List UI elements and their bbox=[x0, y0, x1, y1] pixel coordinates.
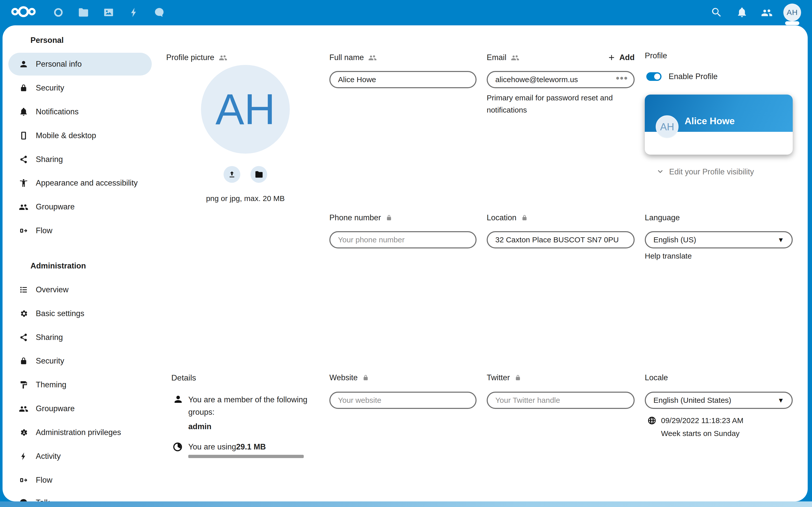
sidebar-section-personal: Personal bbox=[31, 29, 64, 52]
avatar-upload-hint: png or jpg, max. 20 MB bbox=[169, 194, 321, 203]
quota-icon bbox=[172, 441, 183, 452]
sidebar-item-appearance-accessibility[interactable]: Appearance and accessibility bbox=[8, 172, 152, 194]
search-icon[interactable] bbox=[711, 7, 722, 18]
email-label: Email bbox=[487, 52, 519, 63]
flow-icon bbox=[19, 226, 28, 235]
sidebar-item-personal-info[interactable]: Personal info bbox=[8, 53, 152, 75]
sidebar-item-admin-sharing[interactable]: Sharing bbox=[8, 326, 152, 349]
email-actions-menu-icon[interactable]: ••• bbox=[616, 75, 628, 80]
profile-preview-card[interactable]: AH Alice Howe bbox=[645, 95, 793, 155]
sidebar-item-notifications[interactable]: Notifications bbox=[8, 100, 152, 123]
bell-icon bbox=[19, 107, 28, 116]
phone-label: Phone number bbox=[329, 212, 393, 223]
quota-progress-bar bbox=[188, 455, 304, 458]
lightning-icon bbox=[19, 452, 28, 461]
profile-card-avatar: AH bbox=[656, 115, 678, 138]
top-header-bar bbox=[0, 0, 812, 23]
lock-icon bbox=[362, 374, 369, 381]
avatar-initials: AH bbox=[786, 8, 798, 17]
account-icon bbox=[19, 60, 28, 69]
website-input[interactable] bbox=[329, 392, 476, 409]
user-avatar-menu[interactable]: AH bbox=[783, 4, 801, 21]
sidebar-item-admin-flow[interactable]: Flow bbox=[8, 469, 152, 492]
enable-profile-toggle[interactable] bbox=[646, 72, 662, 81]
profile-card-name: Alice Howe bbox=[684, 116, 734, 126]
chevron-down-icon bbox=[656, 168, 665, 176]
sidebar-item-admin-security[interactable]: Security bbox=[8, 350, 152, 373]
website-label: Website bbox=[329, 372, 369, 383]
lock-icon bbox=[514, 374, 521, 381]
sidebar-item-activity[interactable]: Activity bbox=[8, 445, 152, 468]
profile-picture-avatar: AH bbox=[201, 65, 290, 154]
group-name: admin bbox=[188, 420, 211, 433]
help-translate-link[interactable]: Help translate bbox=[645, 250, 692, 262]
location-label: Location bbox=[487, 212, 528, 223]
location-input[interactable] bbox=[487, 231, 635, 248]
profile-heading: Profile bbox=[645, 50, 667, 61]
paint-roller-icon bbox=[19, 380, 28, 389]
twitter-input[interactable] bbox=[487, 392, 635, 409]
files-app-icon[interactable] bbox=[78, 7, 89, 18]
sidebar-item-security[interactable]: Security bbox=[8, 76, 152, 99]
full-name-input[interactable] bbox=[329, 71, 476, 88]
lock-icon bbox=[521, 214, 528, 221]
week-start-text: Week starts on Sunday bbox=[661, 428, 740, 439]
language-select[interactable]: English (US) ▼ bbox=[645, 231, 793, 248]
enable-profile-label: Enable Profile bbox=[669, 71, 718, 82]
details-heading: Details bbox=[171, 372, 196, 383]
full-name-label: Full name bbox=[329, 52, 376, 63]
sidebar-item-basic-settings[interactable]: Basic settings bbox=[8, 302, 152, 325]
account-icon bbox=[173, 394, 183, 404]
language-label: Language bbox=[645, 212, 680, 223]
upload-icon bbox=[227, 170, 236, 179]
current-datetime: 09/29/2022 11:18:23 AM bbox=[661, 416, 744, 425]
email-input[interactable] bbox=[487, 71, 635, 88]
sidebar-item-overview[interactable]: Overview bbox=[8, 278, 152, 301]
background-bottom-band bbox=[0, 501, 812, 507]
sidebar-item-talk[interactable]: Talk bbox=[8, 491, 152, 501]
sidebar-item-admin-groupware[interactable]: Groupware bbox=[8, 397, 152, 420]
activity-app-icon[interactable] bbox=[129, 7, 140, 18]
users-icon bbox=[19, 404, 28, 413]
lock-icon bbox=[386, 214, 393, 221]
photos-app-icon[interactable] bbox=[103, 7, 114, 18]
lock-icon bbox=[19, 83, 28, 93]
talk-icon bbox=[19, 498, 28, 501]
phone-input[interactable] bbox=[329, 231, 476, 248]
talk-app-icon[interactable] bbox=[154, 7, 165, 18]
locale-select[interactable]: English (United States) ▼ bbox=[645, 392, 793, 409]
notifications-bell-icon[interactable] bbox=[737, 7, 748, 18]
mobile-icon bbox=[19, 131, 28, 140]
folder-icon bbox=[255, 170, 263, 179]
dashboard-app-icon[interactable] bbox=[53, 7, 64, 18]
choose-avatar-from-files-button[interactable] bbox=[250, 166, 267, 183]
overview-list-icon bbox=[19, 285, 28, 294]
profile-picture-label: Profile picture bbox=[166, 52, 227, 63]
nextcloud-logo[interactable] bbox=[9, 5, 38, 18]
edit-profile-visibility-button[interactable]: Edit your Profile visibility bbox=[656, 167, 754, 176]
upload-avatar-button[interactable] bbox=[223, 166, 240, 183]
contacts-icon[interactable] bbox=[761, 7, 772, 18]
sidebar-item-sharing[interactable]: Sharing bbox=[8, 148, 152, 171]
quota-text: You are using 29.1 MB bbox=[188, 441, 266, 452]
sidebar-item-theming[interactable]: Theming bbox=[8, 374, 152, 396]
select-caret-icon: ▼ bbox=[777, 396, 784, 404]
scope-contacts-icon bbox=[511, 54, 519, 62]
sidebar-item-administration-privileges[interactable]: Administration privileges bbox=[8, 421, 152, 444]
sidebar-item-flow[interactable]: Flow bbox=[8, 219, 152, 242]
twitter-label: Twitter bbox=[487, 372, 521, 383]
add-email-button[interactable]: Add bbox=[607, 52, 635, 63]
locale-label: Locale bbox=[645, 372, 668, 383]
share-icon bbox=[19, 333, 28, 342]
locale-datetime-row: 09/29/2022 11:18:23 AM bbox=[647, 416, 744, 425]
globe-icon bbox=[647, 416, 656, 425]
plus-icon bbox=[607, 53, 616, 62]
scope-contacts-icon bbox=[368, 54, 376, 62]
sidebar-item-groupware[interactable]: Groupware bbox=[8, 195, 152, 218]
select-caret-icon: ▼ bbox=[777, 236, 784, 244]
avatar-menu-indicator bbox=[785, 21, 799, 25]
accessibility-icon bbox=[19, 178, 28, 187]
sidebar-item-mobile-desktop[interactable]: Mobile & desktop bbox=[8, 124, 152, 147]
main-content-card: Personal Personal info Security Notifica… bbox=[3, 25, 808, 501]
sidebar-section-administration: Administration bbox=[31, 255, 86, 277]
